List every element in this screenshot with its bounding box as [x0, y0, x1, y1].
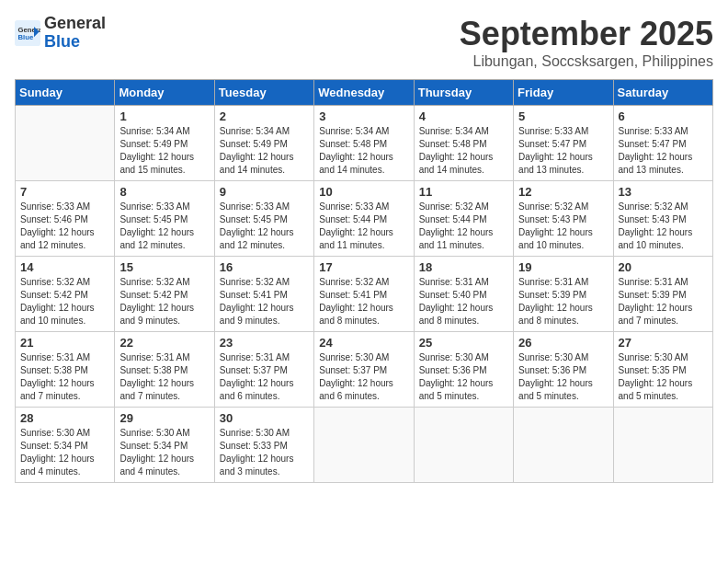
day-number: 8	[119, 185, 209, 199]
calendar-cell: 9Sunrise: 5:33 AMSunset: 5:45 PMDaylight…	[214, 181, 313, 257]
calendar-cell: 4Sunrise: 5:34 AMSunset: 5:48 PMDaylight…	[414, 106, 513, 181]
calendar-cell: 8Sunrise: 5:33 AMSunset: 5:45 PMDaylight…	[115, 181, 214, 257]
day-number: 23	[220, 336, 309, 350]
day-info: Sunrise: 5:30 AMSunset: 5:37 PMDaylight:…	[319, 351, 408, 403]
day-info: Sunrise: 5:30 AMSunset: 5:33 PMDaylight:…	[220, 427, 309, 478]
day-info: Sunrise: 5:33 AMSunset: 5:46 PMDaylight:…	[20, 201, 109, 252]
calendar-cell: 27Sunrise: 5:30 AMSunset: 5:35 PMDayligh…	[613, 332, 712, 408]
day-info: Sunrise: 5:33 AMSunset: 5:47 PMDaylight:…	[619, 125, 708, 177]
day-number: 12	[518, 185, 608, 199]
day-number: 16	[220, 260, 309, 274]
day-number: 30	[220, 411, 309, 425]
day-info: Sunrise: 5:30 AMSunset: 5:34 PMDaylight:…	[20, 427, 109, 478]
day-number: 2	[220, 109, 309, 123]
calendar-cell: 23Sunrise: 5:31 AMSunset: 5:37 PMDayligh…	[214, 332, 313, 408]
calendar-cell: 29Sunrise: 5:30 AMSunset: 5:34 PMDayligh…	[115, 408, 214, 483]
calendar-cell: 7Sunrise: 5:33 AMSunset: 5:46 PMDaylight…	[16, 181, 115, 257]
calendar-cell: 25Sunrise: 5:30 AMSunset: 5:36 PMDayligh…	[414, 332, 513, 408]
day-number: 15	[119, 260, 209, 274]
calendar-cell: 21Sunrise: 5:31 AMSunset: 5:38 PMDayligh…	[16, 332, 115, 408]
day-info: Sunrise: 5:30 AMSunset: 5:35 PMDaylight:…	[619, 351, 708, 403]
logo: General Blue General Blue	[15, 15, 106, 52]
day-info: Sunrise: 5:30 AMSunset: 5:36 PMDaylight:…	[518, 351, 608, 403]
day-number: 22	[119, 336, 209, 350]
day-info: Sunrise: 5:32 AMSunset: 5:43 PMDaylight:…	[518, 201, 608, 252]
calendar-cell: 16Sunrise: 5:32 AMSunset: 5:41 PMDayligh…	[214, 257, 313, 332]
day-number: 10	[319, 185, 408, 199]
day-number: 24	[319, 336, 408, 350]
day-header-thursday: Thursday	[414, 80, 513, 106]
day-number: 6	[619, 109, 708, 123]
calendar-cell: 26Sunrise: 5:30 AMSunset: 5:36 PMDayligh…	[514, 332, 613, 408]
day-info: Sunrise: 5:31 AMSunset: 5:39 PMDaylight:…	[619, 276, 708, 327]
day-info: Sunrise: 5:31 AMSunset: 5:37 PMDaylight:…	[220, 351, 309, 403]
day-info: Sunrise: 5:33 AMSunset: 5:47 PMDaylight:…	[518, 125, 608, 177]
calendar-cell: 5Sunrise: 5:33 AMSunset: 5:47 PMDaylight…	[514, 106, 613, 181]
day-info: Sunrise: 5:32 AMSunset: 5:43 PMDaylight:…	[619, 201, 708, 252]
calendar-cell: 12Sunrise: 5:32 AMSunset: 5:43 PMDayligh…	[514, 181, 613, 257]
day-number: 13	[619, 185, 708, 199]
day-info: Sunrise: 5:31 AMSunset: 5:38 PMDaylight:…	[20, 351, 109, 403]
calendar-cell: 11Sunrise: 5:32 AMSunset: 5:44 PMDayligh…	[414, 181, 513, 257]
svg-text:Blue: Blue	[18, 33, 34, 41]
day-info: Sunrise: 5:33 AMSunset: 5:45 PMDaylight:…	[119, 201, 209, 252]
calendar-cell: 13Sunrise: 5:32 AMSunset: 5:43 PMDayligh…	[613, 181, 712, 257]
day-number: 26	[518, 336, 608, 350]
calendar-cell	[314, 408, 414, 483]
day-number: 28	[20, 411, 109, 425]
calendar-cell	[613, 408, 712, 483]
day-header-monday: Monday	[115, 80, 214, 106]
calendar-cell: 3Sunrise: 5:34 AMSunset: 5:48 PMDaylight…	[314, 106, 414, 181]
logo-general: General	[44, 15, 106, 33]
day-number: 19	[518, 260, 608, 274]
day-info: Sunrise: 5:33 AMSunset: 5:44 PMDaylight:…	[319, 201, 408, 252]
logo-blue: Blue	[44, 33, 106, 52]
calendar-cell: 2Sunrise: 5:34 AMSunset: 5:49 PMDaylight…	[214, 106, 313, 181]
day-number: 18	[419, 260, 508, 274]
day-header-sunday: Sunday	[16, 80, 115, 106]
day-info: Sunrise: 5:34 AMSunset: 5:49 PMDaylight:…	[220, 125, 309, 177]
day-number: 9	[220, 185, 309, 199]
calendar-cell: 14Sunrise: 5:32 AMSunset: 5:42 PMDayligh…	[16, 257, 115, 332]
day-info: Sunrise: 5:31 AMSunset: 5:40 PMDaylight:…	[419, 276, 508, 327]
day-number: 25	[419, 336, 508, 350]
day-info: Sunrise: 5:30 AMSunset: 5:34 PMDaylight:…	[119, 427, 209, 478]
calendar-cell: 17Sunrise: 5:32 AMSunset: 5:41 PMDayligh…	[314, 257, 414, 332]
calendar-cell: 30Sunrise: 5:30 AMSunset: 5:33 PMDayligh…	[214, 408, 313, 483]
day-number: 20	[619, 260, 708, 274]
calendar-cell: 15Sunrise: 5:32 AMSunset: 5:42 PMDayligh…	[115, 257, 214, 332]
day-info: Sunrise: 5:32 AMSunset: 5:41 PMDaylight:…	[220, 276, 309, 327]
calendar-cell: 20Sunrise: 5:31 AMSunset: 5:39 PMDayligh…	[613, 257, 712, 332]
logo-icon: General Blue	[15, 20, 40, 46]
calendar-cell: 28Sunrise: 5:30 AMSunset: 5:34 PMDayligh…	[16, 408, 115, 483]
calendar-cell	[514, 408, 613, 483]
calendar-cell: 6Sunrise: 5:33 AMSunset: 5:47 PMDaylight…	[613, 106, 712, 181]
day-info: Sunrise: 5:33 AMSunset: 5:45 PMDaylight:…	[220, 201, 309, 252]
day-info: Sunrise: 5:32 AMSunset: 5:42 PMDaylight:…	[20, 276, 109, 327]
calendar-cell: 19Sunrise: 5:31 AMSunset: 5:39 PMDayligh…	[514, 257, 613, 332]
calendar-cell: 10Sunrise: 5:33 AMSunset: 5:44 PMDayligh…	[314, 181, 414, 257]
day-info: Sunrise: 5:30 AMSunset: 5:36 PMDaylight:…	[419, 351, 508, 403]
day-header-friday: Friday	[514, 80, 613, 106]
day-header-wednesday: Wednesday	[314, 80, 414, 106]
day-number: 17	[319, 260, 408, 274]
calendar-cell	[414, 408, 513, 483]
location-title: Libungan, Soccsksargen, Philippines	[460, 53, 713, 70]
day-number: 27	[619, 336, 708, 350]
day-header-saturday: Saturday	[613, 80, 712, 106]
calendar-cell: 24Sunrise: 5:30 AMSunset: 5:37 PMDayligh…	[314, 332, 414, 408]
calendar-cell: 22Sunrise: 5:31 AMSunset: 5:38 PMDayligh…	[115, 332, 214, 408]
day-info: Sunrise: 5:32 AMSunset: 5:41 PMDaylight:…	[319, 276, 408, 327]
day-header-tuesday: Tuesday	[214, 80, 313, 106]
day-number: 11	[419, 185, 508, 199]
day-number: 5	[518, 109, 608, 123]
calendar-cell: 18Sunrise: 5:31 AMSunset: 5:40 PMDayligh…	[414, 257, 513, 332]
day-number: 21	[20, 336, 109, 350]
calendar-cell	[16, 106, 115, 181]
calendar-cell: 1Sunrise: 5:34 AMSunset: 5:49 PMDaylight…	[115, 106, 214, 181]
day-number: 4	[419, 109, 508, 123]
calendar-table: SundayMondayTuesdayWednesdayThursdayFrid…	[15, 79, 713, 483]
day-number: 14	[20, 260, 109, 274]
day-info: Sunrise: 5:31 AMSunset: 5:39 PMDaylight:…	[518, 276, 608, 327]
day-number: 7	[20, 185, 109, 199]
